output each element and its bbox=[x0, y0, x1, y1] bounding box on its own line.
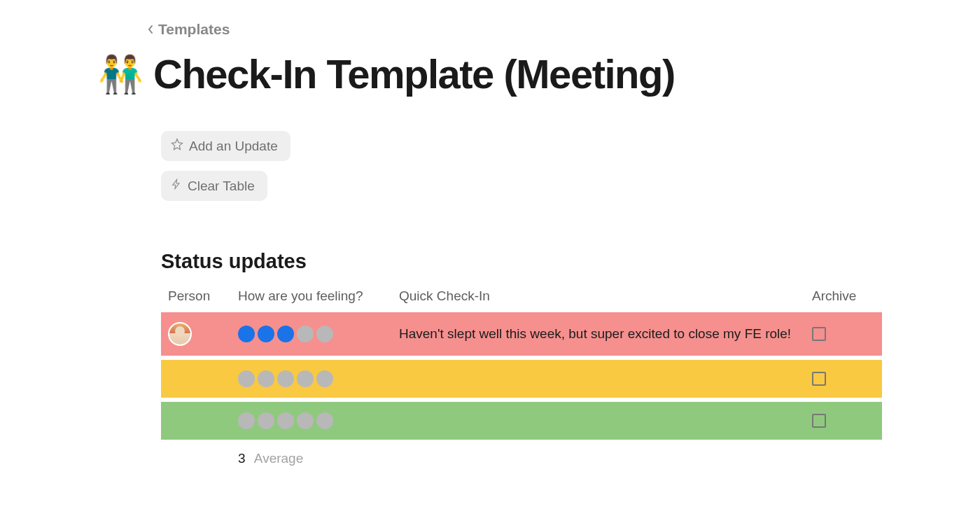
clear-table-label: Clear Table bbox=[188, 179, 255, 194]
rating-dot[interactable] bbox=[316, 412, 333, 429]
col-person: Person bbox=[168, 288, 238, 304]
rating-dot[interactable] bbox=[238, 412, 255, 429]
col-feeling: How are you feeling? bbox=[238, 288, 399, 304]
summary-label: Average bbox=[254, 451, 303, 466]
rating-dot[interactable] bbox=[277, 412, 294, 429]
rating-dot[interactable] bbox=[277, 326, 294, 342]
archive-checkbox[interactable] bbox=[812, 414, 826, 428]
section-title: Status updates bbox=[161, 250, 882, 273]
rating-dot[interactable] bbox=[258, 412, 274, 429]
lightning-icon bbox=[171, 178, 182, 194]
rating-dots[interactable] bbox=[238, 326, 399, 342]
rating-dot[interactable] bbox=[297, 370, 314, 387]
table-row[interactable]: Haven't slept well this week, but super … bbox=[161, 312, 882, 356]
breadcrumb[interactable]: Templates bbox=[147, 21, 882, 38]
rating-dot[interactable] bbox=[316, 326, 333, 342]
archive-checkbox[interactable] bbox=[812, 327, 826, 341]
summary-value: 3 bbox=[238, 451, 246, 466]
rating-dot[interactable] bbox=[297, 326, 314, 342]
chevron-left-icon bbox=[147, 25, 154, 34]
add-update-button[interactable]: Add an Update bbox=[161, 131, 290, 161]
cell-archive bbox=[812, 327, 875, 341]
col-checkin: Quick Check-In bbox=[399, 288, 812, 304]
table-row[interactable] bbox=[161, 402, 882, 440]
col-archive: Archive bbox=[812, 288, 875, 304]
actions: Add an Update Clear Table bbox=[161, 131, 882, 211]
rating-dot[interactable] bbox=[258, 326, 274, 342]
rating-dots[interactable] bbox=[238, 412, 399, 429]
title-row: 👬 Check-In Template (Meeting) bbox=[98, 50, 882, 97]
table-header: Person How are you feeling? Quick Check-… bbox=[161, 288, 882, 312]
rating-dots[interactable] bbox=[238, 370, 399, 387]
archive-checkbox[interactable] bbox=[812, 372, 826, 386]
table-row[interactable] bbox=[161, 360, 882, 398]
add-update-label: Add an Update bbox=[189, 139, 278, 154]
star-icon bbox=[171, 138, 183, 154]
rating-dot[interactable] bbox=[297, 412, 314, 429]
rating-dot[interactable] bbox=[238, 326, 255, 342]
avatar[interactable] bbox=[168, 322, 192, 346]
table-summary: 3 Average bbox=[161, 440, 882, 466]
rating-dot[interactable] bbox=[316, 370, 333, 387]
cell-person bbox=[168, 322, 238, 346]
clear-table-button[interactable]: Clear Table bbox=[161, 171, 267, 201]
cell-archive bbox=[812, 372, 875, 386]
page-emoji: 👬 bbox=[98, 56, 144, 92]
cell-archive bbox=[812, 414, 875, 428]
rating-dot[interactable] bbox=[238, 370, 255, 387]
rating-dot[interactable] bbox=[277, 370, 294, 387]
rating-dot[interactable] bbox=[258, 370, 274, 387]
breadcrumb-label: Templates bbox=[158, 21, 230, 38]
cell-checkin[interactable]: Haven't slept well this week, but super … bbox=[399, 324, 812, 344]
page-title: Check-In Template (Meeting) bbox=[153, 50, 675, 97]
status-table: Person How are you feeling? Quick Check-… bbox=[161, 288, 882, 466]
